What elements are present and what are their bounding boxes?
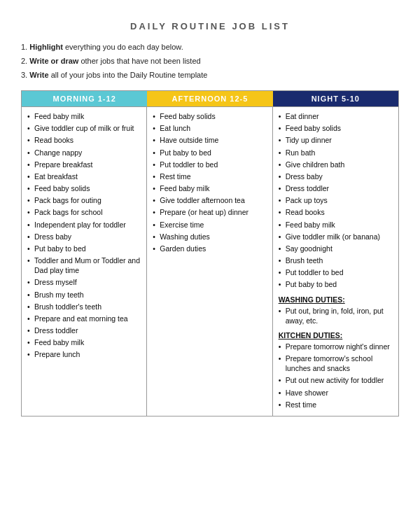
list-item: Have shower	[279, 388, 393, 398]
table-header: MORNING 1-12 AFTERNOON 12-5 NIGHT 5-10	[22, 91, 398, 106]
list-item: Brush teeth	[279, 255, 393, 265]
list-item: Washing duties	[153, 232, 266, 241]
list-item: Rest time	[279, 400, 393, 410]
list-item: Dress toddler	[27, 326, 141, 335]
list-item: Eat dinner	[279, 111, 393, 121]
table-body: Feed baby milkGive toddler cup of milk o…	[22, 106, 398, 416]
instruction-1: 1. Highlight everything you do each day …	[21, 43, 399, 51]
list-item: Feed baby milk	[27, 111, 141, 121]
list-item: Feed baby milk	[27, 337, 141, 347]
list-item: Pack bags for outing	[27, 195, 141, 205]
list-item: Say goodnight	[279, 244, 393, 253]
morning-column: Feed baby milkGive toddler cup of milk o…	[22, 107, 147, 416]
list-item: Read books	[27, 135, 141, 145]
instruction-2-num: 2.	[21, 57, 27, 65]
list-item: Give toddler cup of milk or fruit	[27, 123, 141, 133]
list-item: Put out new activity for toddler	[279, 375, 393, 385]
list-item: Independent play for toddler	[27, 220, 141, 230]
list-item: Feed baby solids	[279, 123, 393, 133]
list-item: Read books	[279, 207, 393, 217]
instruction-3-rest: all of your jobs into the Daily Routine …	[51, 71, 208, 79]
list-item: Brush toddler's teeth	[27, 302, 141, 312]
afternoon-column: Feed baby solidsEat lunchHave outside ti…	[147, 107, 272, 416]
list-item: Feed baby milk	[153, 183, 266, 193]
list-item: Feed baby solids	[153, 111, 266, 121]
list-item: Dress baby	[279, 172, 393, 181]
list-item: Feed baby solids	[27, 183, 141, 193]
list-item: Brush my teeth	[27, 290, 141, 300]
list-item: Eat lunch	[153, 123, 266, 133]
list-item: Prepare (or heat up) dinner	[153, 207, 266, 217]
list-item: Exercise time	[153, 220, 266, 230]
night-column: Eat dinnerFeed baby solidsTidy up dinner…	[273, 107, 398, 416]
list-item: Toddler and Mum or Toddler and Dad play …	[27, 255, 141, 275]
list-item: Prepare and eat morning tea	[27, 314, 141, 323]
list-item: Pack bags for school	[27, 207, 141, 217]
washing-duties-label: WASHING DUTIES:	[279, 295, 393, 304]
list-item: Have outside time	[153, 135, 266, 145]
instruction-3-num: 3.	[21, 71, 27, 79]
list-item: Put toddler to bed	[153, 160, 266, 169]
list-item: Put toddler to bed	[279, 267, 393, 277]
morning-list: Feed baby milkGive toddler cup of milk o…	[27, 111, 141, 360]
instruction-1-num: 1.	[21, 43, 27, 51]
instruction-1-bold: Highlight	[29, 43, 63, 51]
list-item: Prepare breakfast	[27, 160, 141, 169]
list-item: Rest time	[153, 172, 266, 181]
instruction-2-bold: Write or draw	[29, 57, 78, 65]
afternoon-list: Feed baby solidsEat lunchHave outside ti…	[153, 111, 266, 253]
washing-list: Put out, bring in, fold, iron, put away,…	[279, 306, 393, 326]
list-item: Change nappy	[27, 148, 141, 158]
afternoon-header: AFTERNOON 12-5	[147, 91, 272, 106]
list-item: Give toddler milk (or banana)	[279, 232, 393, 241]
list-item: Put baby to bed	[153, 148, 266, 158]
list-item: Run bath	[279, 148, 393, 158]
list-item: Give toddler afternoon tea	[153, 195, 266, 205]
instruction-1-rest: everything you do each day below.	[65, 43, 183, 51]
instruction-2: 2. Write or draw other jobs that have no…	[21, 57, 399, 65]
night-list: Eat dinnerFeed baby solidsTidy up dinner…	[279, 111, 393, 290]
list-item: Put out, bring in, fold, iron, put away,…	[279, 306, 393, 326]
list-item: Garden duties	[153, 244, 266, 253]
list-item: Put baby to bed	[27, 244, 141, 253]
list-item: Prepare lunch	[27, 349, 141, 359]
list-item: Prepare tomorrow's school lunches and sn…	[279, 354, 393, 373]
list-item: Dress baby	[27, 232, 141, 241]
morning-header: MORNING 1-12	[22, 91, 147, 106]
kitchen-list: Prepare tomorrow night's dinnerPrepare t…	[279, 342, 393, 410]
instruction-3-bold: Write	[29, 71, 48, 79]
list-item: Dress myself	[27, 277, 141, 287]
list-item: Prepare tomorrow night's dinner	[279, 342, 393, 351]
list-item: Dress toddler	[279, 183, 393, 193]
night-header: NIGHT 5-10	[273, 91, 398, 106]
list-item: Eat breakfast	[27, 172, 141, 181]
kitchen-duties-label: KITCHEN DUTIES:	[279, 331, 393, 340]
list-item: Tidy up dinner	[279, 135, 393, 145]
routine-table: MORNING 1-12 AFTERNOON 12-5 NIGHT 5-10 F…	[21, 90, 399, 416]
instructions-section: 1. Highlight everything you do each day …	[21, 43, 399, 79]
list-item: Give children bath	[279, 160, 393, 169]
instruction-3: 3. Write all of your jobs into the Daily…	[21, 71, 399, 79]
list-item: Pack up toys	[279, 195, 393, 205]
instruction-2-rest: other jobs that have not been listed	[80, 57, 200, 65]
list-item: Put baby to bed	[279, 279, 393, 289]
page-title: DAILY ROUTINE JOB LIST	[21, 21, 399, 31]
list-item: Feed baby milk	[279, 220, 393, 230]
